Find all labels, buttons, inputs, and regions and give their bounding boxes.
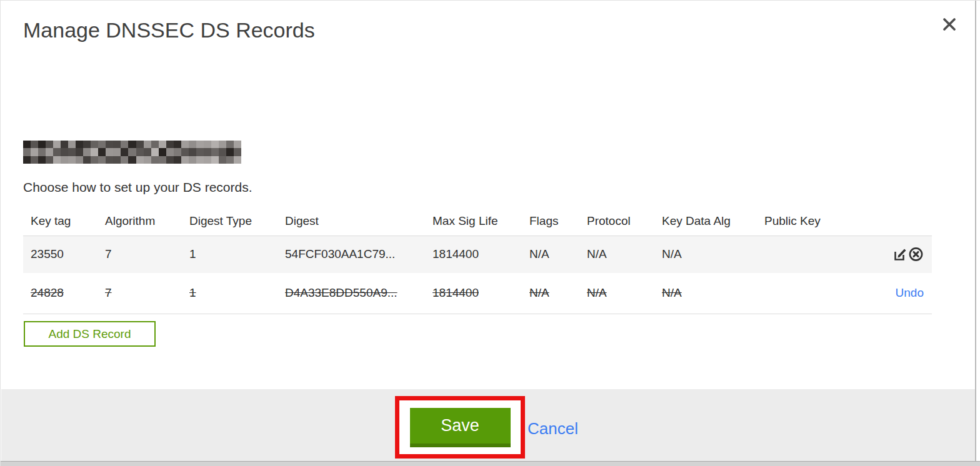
cell-key-tag: 23550 bbox=[23, 235, 98, 273]
cell-digest-type: 1 bbox=[182, 273, 278, 314]
cancel-link[interactable]: Cancel bbox=[528, 419, 578, 439]
modal-footer: Save Cancel bbox=[1, 389, 975, 462]
col-header-public-key: Public Key bbox=[757, 207, 851, 235]
col-header-key-data-alg: Key Data Alg bbox=[654, 207, 757, 235]
col-header-digest-type: Digest Type bbox=[182, 207, 278, 235]
redacted-domain-text bbox=[23, 141, 241, 164]
dnssec-ds-records-modal: Manage DNSSEC DS Records Choose how to s… bbox=[0, 0, 980, 466]
cell-digest-type: 1 bbox=[182, 235, 278, 273]
cell-flags: N/A bbox=[522, 235, 579, 273]
cell-algorithm: 7 bbox=[98, 235, 182, 273]
col-header-flags: Flags bbox=[522, 207, 579, 235]
cell-key-tag: 24828 bbox=[23, 273, 98, 314]
col-header-digest: Digest bbox=[278, 207, 425, 235]
cell-digest: D4A33E8DD550A9... bbox=[278, 273, 425, 314]
delete-icon[interactable] bbox=[908, 246, 924, 262]
cell-protocol: N/A bbox=[579, 273, 654, 314]
cell-protocol: N/A bbox=[579, 235, 654, 273]
col-header-key-tag: Key tag bbox=[23, 207, 98, 235]
cell-public-key bbox=[757, 235, 851, 273]
col-header-max-sig-life: Max Sig Life bbox=[425, 207, 522, 235]
col-header-algorithm: Algorithm bbox=[98, 207, 182, 235]
edit-icon[interactable] bbox=[892, 246, 908, 262]
undo-link[interactable]: Undo bbox=[896, 286, 924, 299]
row-actions: Undo bbox=[851, 273, 932, 314]
window-bottom-edge bbox=[1, 461, 980, 466]
cell-max-sig-life: 1814400 bbox=[425, 273, 522, 314]
cell-digest: 54FCF030AA1C79... bbox=[278, 235, 425, 273]
window-right-border bbox=[975, 1, 976, 462]
ds-records-table: Key tag Algorithm Digest Type Digest Max… bbox=[23, 207, 932, 314]
col-header-protocol: Protocol bbox=[579, 207, 654, 235]
row-actions bbox=[851, 235, 932, 273]
ds-record-row: 23550 7 1 54FCF030AA1C79... 1814400 N/A … bbox=[23, 235, 932, 273]
cell-public-key bbox=[757, 273, 851, 314]
save-button[interactable]: Save bbox=[410, 408, 511, 447]
cell-key-data-alg: N/A bbox=[654, 273, 757, 314]
cell-flags: N/A bbox=[522, 273, 579, 314]
table-header-row: Key tag Algorithm Digest Type Digest Max… bbox=[23, 207, 932, 235]
instruction-text: Choose how to set up your DS records. bbox=[23, 180, 252, 195]
col-header-actions bbox=[851, 207, 932, 235]
add-ds-record-button[interactable]: Add DS Record bbox=[24, 321, 156, 347]
ds-record-row: 24828 7 1 D4A33E8DD550A9... 1814400 N/A … bbox=[23, 273, 932, 314]
page-title: Manage DNSSEC DS Records bbox=[23, 18, 315, 42]
cell-max-sig-life: 1814400 bbox=[425, 235, 522, 273]
cell-key-data-alg: N/A bbox=[654, 235, 757, 273]
cell-algorithm: 7 bbox=[98, 273, 182, 314]
close-icon[interactable] bbox=[941, 16, 958, 33]
red-highlight-annotation: Save bbox=[395, 396, 525, 459]
